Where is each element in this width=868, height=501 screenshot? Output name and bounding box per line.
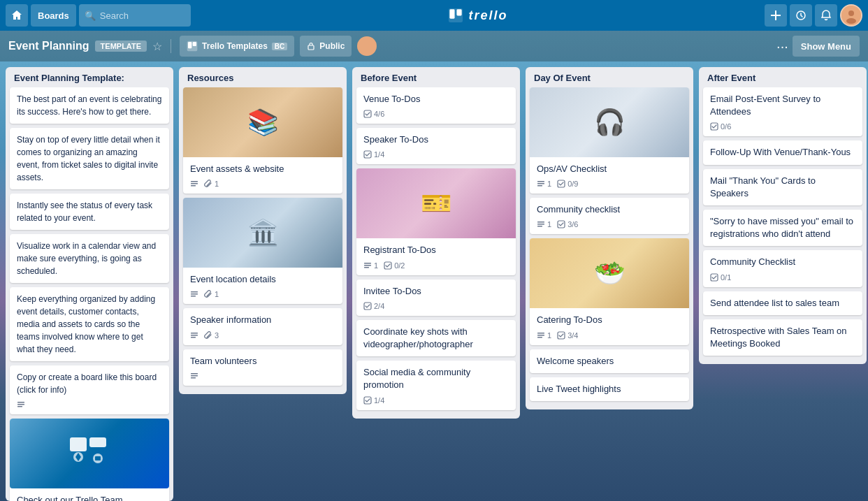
list-item[interactable]: Welcome speakers (530, 349, 689, 373)
card-text: Catering To-Dos (537, 314, 602, 325)
svg-rect-23 (191, 181, 198, 182)
add-button[interactable] (765, 4, 787, 27)
card-meta: 1 3/6 (537, 220, 682, 228)
card-text: Welcome speakers (537, 356, 614, 366)
list-icon (190, 331, 198, 340)
card-text: Team volunteers (190, 356, 256, 366)
card-image-container: 🎧 (530, 87, 689, 157)
list-item[interactable]: Speaker information 3 (183, 308, 342, 344)
list-item[interactable]: Follow-Up With Venue/Thank-Yous (703, 140, 862, 164)
svg-point-7 (846, 18, 856, 24)
card-text: Retrospective with Sales Team on Meeting… (710, 326, 847, 349)
card-text: Speaker information (190, 314, 271, 325)
list-item[interactable]: 🎫 Registrant To-Dos 1 (356, 168, 516, 275)
card-text: Invitee To-Dos (363, 286, 421, 296)
public-button[interactable]: Public (300, 36, 352, 57)
list-item[interactable]: "Sorry to have missed you" email to regi… (703, 210, 862, 246)
card-meta: 1 0/2 (363, 261, 509, 270)
list-item[interactable]: Copy or create a board like this board (… (10, 365, 169, 414)
top-nav: Boards 🔍 trello (0, 0, 868, 31)
list-item[interactable]: Invitee To-Dos 2/4 (356, 279, 516, 316)
user-avatar[interactable] (840, 4, 862, 27)
list-item[interactable]: Venue To-Dos 4/6 (356, 87, 516, 124)
list-item[interactable]: Community checklist 1 (530, 198, 689, 234)
list-item[interactable]: Coordinate key shots with videographer/p… (356, 320, 516, 356)
conference-image: 🏛️ (183, 198, 342, 268)
board-title[interactable]: Event Planning (8, 40, 89, 52)
checklist-progress: 1/4 (374, 150, 384, 159)
list-item[interactable]: Instantly see the status of every task r… (10, 194, 169, 230)
list-event-planning-template: Event Planning Template: The best part o… (6, 67, 173, 501)
list-icon-badge (190, 331, 198, 340)
checklist-progress: 2/4 (374, 302, 384, 310)
home-button[interactable] (6, 4, 28, 27)
checklist-count-badge: 1 (537, 180, 551, 188)
card-meta: 4/6 (363, 110, 509, 118)
board-avatar[interactable] (357, 36, 377, 56)
list-item[interactable]: Retrospective with Sales Team on Meeting… (703, 319, 862, 356)
paperclip-icon (204, 331, 212, 340)
trello-templates-button[interactable]: Trello Templates BC (180, 36, 294, 57)
list-item[interactable]: 🎧 Ops/AV Checklist 1 (530, 87, 689, 194)
nav-right (765, 4, 862, 27)
checklist-badge: 0/1 (710, 273, 731, 282)
lock-icon (307, 42, 315, 50)
activity-button[interactable] (790, 4, 812, 27)
checklist-badge: 1/4 (363, 396, 384, 405)
svg-rect-25 (191, 185, 196, 187)
checklist-num: 1 (374, 261, 378, 270)
checklist-progress: 1/4 (374, 396, 384, 405)
list-icon-badge (190, 372, 198, 380)
more-options-button[interactable]: ··· (776, 38, 788, 55)
list-item[interactable]: Community Checklist 0/1 (703, 250, 862, 286)
list-item[interactable]: Stay on top of every little detail when … (10, 128, 169, 189)
checklist-badge: 0/2 (384, 261, 405, 270)
svg-rect-24 (191, 183, 198, 184)
list-item[interactable]: Send attendee list to sales team (703, 291, 862, 315)
card-meta: 1/4 (363, 396, 509, 405)
add-icon (770, 10, 781, 21)
list-item[interactable]: 🥗 Catering To-Dos 1 (530, 238, 689, 344)
notifications-button[interactable] (815, 4, 837, 27)
list-item[interactable]: Keep everything organized by adding even… (10, 287, 169, 361)
list-item[interactable]: Email Post-Event Survey to Attendees 0/6 (703, 87, 862, 136)
list-item[interactable]: 🏛️ Event location details (183, 198, 342, 304)
svg-rect-39 (364, 267, 369, 268)
card-text: Speaker To-Dos (363, 134, 428, 145)
card-text: Ops/AV Checklist (537, 164, 607, 174)
checklist-icon (710, 122, 718, 131)
svg-rect-3 (457, 9, 462, 15)
list-cards-after-event: Email Post-Event Survey to Attendees 0/6… (699, 87, 867, 364)
public-label: Public (319, 41, 345, 51)
list-item[interactable]: 📚 Event assets & website (183, 87, 342, 194)
list-item[interactable]: The best part of an event is celebrating… (10, 87, 169, 124)
list-icon (537, 220, 545, 228)
list-cards-day-of-event: 🎧 Ops/AV Checklist 1 (526, 87, 693, 409)
card-meta: 0/6 (710, 122, 855, 131)
list-item[interactable]: Live Tweet highlights (530, 377, 689, 401)
list-item[interactable]: Mail "Thank You" Cards to Speakers (703, 169, 862, 205)
template-badge: TEMPLATE (95, 41, 147, 52)
boards-button[interactable]: Boards (31, 4, 76, 27)
checklist-progress: 0/6 (721, 122, 731, 131)
svg-rect-19 (95, 456, 101, 460)
star-button[interactable]: ☆ (152, 40, 162, 53)
attachment-count: 3 (215, 331, 219, 340)
list-icon-badge (190, 290, 198, 298)
list-item[interactable]: Team volunteers (183, 349, 342, 386)
list-item[interactable]: Check out our Trello Team playbooks (cli… (10, 419, 169, 501)
attachment-badge: 3 (204, 331, 219, 340)
clock-icon (795, 10, 806, 21)
card-text: Coordinate key shots with videographer/p… (363, 326, 473, 349)
card-text: Registrant To-Dos (363, 245, 436, 255)
list-item[interactable]: Social media & community promotion 1/4 (356, 361, 516, 409)
card-text: Community checklist (537, 204, 620, 215)
list-item[interactable]: Visualize work in a calendar view and ma… (10, 234, 169, 283)
svg-rect-12 (17, 402, 24, 403)
svg-rect-10 (193, 42, 196, 46)
show-menu-button[interactable]: Show Menu (793, 36, 860, 57)
list-item[interactable]: Speaker To-Dos 1/4 (356, 128, 516, 164)
attachment-badge: 1 (204, 290, 219, 298)
card-text: Stay on top of every little detail when … (17, 135, 160, 182)
card-image-container: 📚 (183, 87, 342, 157)
